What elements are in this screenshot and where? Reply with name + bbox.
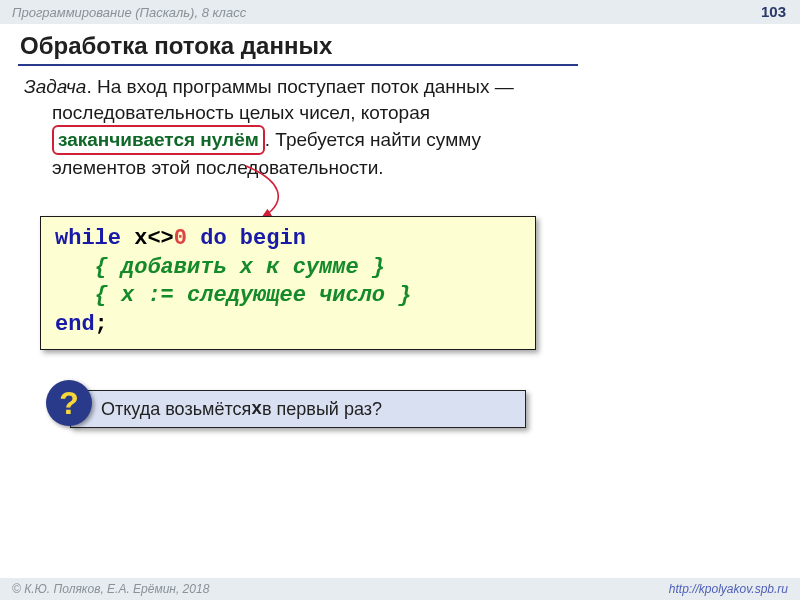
question-text-b: в первый раз? xyxy=(262,399,382,420)
code-line-2: { добавить x к сумме } xyxy=(55,254,521,283)
kw-while: while xyxy=(55,226,121,251)
task-line1: . На вход программы поступает поток данн… xyxy=(86,76,513,97)
code-line-1: while x<>0 do begin xyxy=(55,225,521,254)
copyright-label: © К.Ю. Поляков, Е.А. Ерёмин, 2018 xyxy=(12,582,209,596)
course-label: Программирование (Паскаль), 8 класс xyxy=(12,5,246,20)
header-bar: Программирование (Паскаль), 8 класс 103 xyxy=(0,0,800,24)
title-underline xyxy=(18,64,578,66)
code-frag: ; xyxy=(95,312,108,337)
page-number: 103 xyxy=(761,3,786,20)
highlight-phrase: заканчивается нулём xyxy=(52,125,265,155)
footer-bar: © К.Ю. Поляков, Е.А. Ерёмин, 2018 http:/… xyxy=(0,578,800,600)
code-line-4: end; xyxy=(55,311,521,340)
code-frag: x<> xyxy=(121,226,174,251)
question-box: Откуда возьмётся x в первый раз? xyxy=(70,390,526,428)
code-line-3: { x := следующее число } xyxy=(55,282,521,311)
task-label: Задача xyxy=(24,76,86,97)
task-line2: последовательность целых чисел, которая xyxy=(24,102,430,123)
code-box: while x<>0 do begin { добавить x к сумме… xyxy=(40,216,536,350)
task-text: Задача. На вход программы поступает пото… xyxy=(24,74,572,181)
kw-end: end xyxy=(55,312,95,337)
task-line3a: . Требуется найти сумму xyxy=(265,129,481,150)
task-line4: элементов этой последовательности. xyxy=(24,157,384,178)
question-var-x: x xyxy=(251,399,262,419)
kw-do-begin: do begin xyxy=(187,226,306,251)
question-text-a: Откуда возьмётся xyxy=(101,399,251,420)
task-line3-wrap: заканчивается нулём. Требуется найти сум… xyxy=(24,129,481,150)
question-mark-icon: ? xyxy=(46,380,92,426)
num-zero: 0 xyxy=(174,226,187,251)
page-title: Обработка потока данных xyxy=(20,32,332,60)
footer-url: http://kpolyakov.spb.ru xyxy=(669,582,788,596)
